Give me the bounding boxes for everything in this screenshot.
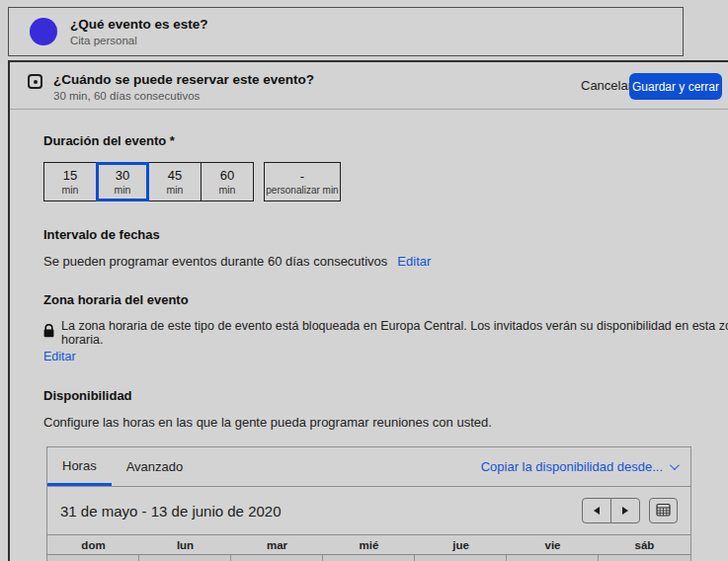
calendar-picker-button[interactable] [649,498,678,523]
duration-option-60[interactable]: 60 min [201,162,254,201]
when-card-subtitle: 30 min, 60 días consecutivos [53,90,200,102]
duration-unit: min [62,184,79,196]
date-range-text: Se pueden programar eventos durante 60 d… [43,254,387,269]
availability-title: Disponibilidad [43,388,728,403]
tabs-spacer [198,447,480,486]
day-cell-sab[interactable]: 6 [599,555,690,561]
dow-label: mar [231,539,323,551]
duration-value: 45 [168,168,182,183]
day-cell-jue[interactable]: 4 9:00 - 14:00 [415,555,507,561]
calendar-range-label: 31 de mayo - 13 de junio de 2020 [60,503,282,520]
calendar-header: 31 de mayo - 13 de junio de 2020 [47,487,690,535]
dow-label: vie [507,539,599,551]
event-color-dot-icon [30,18,57,45]
calendar-grid-icon [656,502,671,521]
question-card-subtitle: Cita personal [70,35,208,46]
calendar-week-row: 31 1 DE JUN. 9:00 - 14:00 2 [47,555,690,561]
dow-label: lun [139,539,231,551]
chevron-left-icon [594,507,600,515]
day-of-week-header: dom lun mar mié jue vie sáb [47,535,690,555]
when-card-header: ¿Cuándo se puede reservar este evento? 3… [10,62,728,110]
tab-horas[interactable]: Horas [47,447,112,486]
copy-availability-label: Copiar la disponibilidad desde... [481,459,663,474]
duration-option-30-selected[interactable]: 30 min [96,162,149,201]
availability-description: Configure las horas en las que la gente … [43,415,728,430]
calendar-day-icon [28,74,42,89]
copy-availability-dropdown[interactable]: Copiar la disponibilidad desde... [481,447,677,486]
timezone-title: Zona horaria del evento [43,292,728,307]
duration-unit: min [115,184,131,196]
dow-label: sáb [599,539,690,551]
calendar-nav [582,498,640,523]
prev-week-button[interactable] [582,498,611,523]
duration-custom-label: personalizar min [266,185,338,196]
dow-label: jue [415,539,507,551]
chevron-right-icon [622,507,628,515]
day-cell-dom[interactable]: 31 [47,555,139,561]
timezone-edit-link[interactable]: Editar [43,350,76,363]
cancel-button[interactable]: Cancelar [581,78,632,93]
dow-label: dom [47,539,139,551]
question-card[interactable]: ¿Qué evento es este? Cita personal [8,7,684,56]
date-range-title: Intervalo de fechas [43,227,728,242]
question-card-title: ¿Qué evento es este? [70,17,208,32]
duration-option-45[interactable]: 45 min [148,162,202,201]
day-cell-mar[interactable]: 2 9:00 - 14:00 [231,555,323,561]
duration-custom-value: - [300,169,304,184]
day-cell-lun[interactable]: 1 DE JUN. 9:00 - 14:00 [139,555,231,561]
duration-unit: min [167,184,184,196]
lock-icon [43,324,54,342]
availability-tabs: Horas Avanzado Copiar la disponibilidad … [47,447,690,487]
duration-label: Duración del evento * [43,133,728,148]
when-card: ¿Cuándo se puede reservar este evento? 3… [8,60,728,561]
duration-unit: min [219,184,236,196]
duration-value: 15 [63,168,77,183]
dow-label: mié [323,539,415,551]
day-cell-mie-today[interactable]: HOY 9:00 - 14:00 [323,555,415,561]
day-cell-vie[interactable]: 5 9:00 - 14:00 [507,555,599,561]
duration-custom-button[interactable]: - personalizar min [264,162,341,201]
chevron-down-icon [670,460,680,470]
timezone-text: La zona horaria de este tipo de evento e… [61,319,728,347]
when-card-title: ¿Cuándo se puede reservar este evento? [53,72,314,87]
duration-options: 15 min 30 min 45 min 60 min - personaliz… [43,162,728,201]
duration-option-15[interactable]: 15 min [43,162,97,201]
tab-avanzado[interactable]: Avanzado [112,447,199,486]
availability-panel: Horas Avanzado Copiar la disponibilidad … [46,446,691,561]
next-week-button[interactable] [610,498,640,523]
save-close-button[interactable]: Guardar y cerrar [629,73,722,100]
date-range-edit-link[interactable]: Editar [397,254,431,269]
duration-value: 60 [220,168,234,183]
duration-value: 30 [116,168,129,183]
